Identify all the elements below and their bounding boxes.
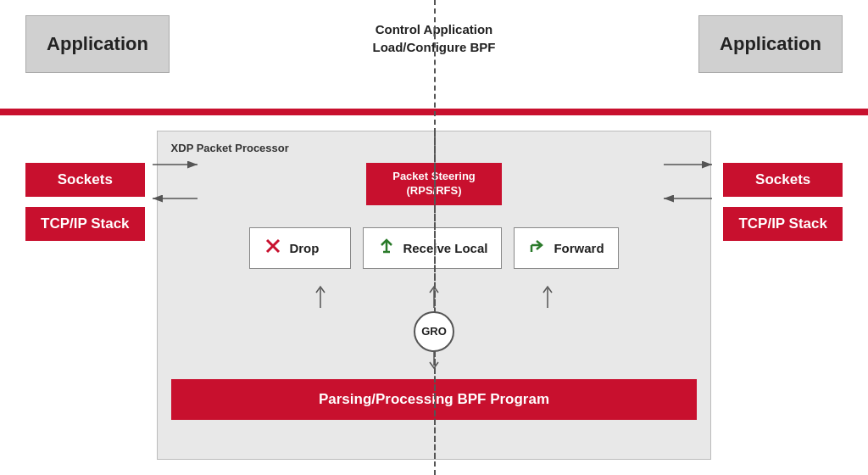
right-tcpip-label: TCP/IP Stack <box>723 207 843 241</box>
receive-icon <box>377 237 396 260</box>
receive-local-box: Receive Local <box>363 227 502 269</box>
main-content-area: Sockets TCP/IP Stack XDP Packet Processo… <box>0 115 868 475</box>
red-divider-line <box>0 109 868 115</box>
center-control-label-area: Control Application Load/Configure BPF <box>373 10 496 56</box>
gro-circle: GRO <box>414 311 454 352</box>
left-application-label: Application <box>47 33 148 55</box>
right-application-label: Application <box>720 33 821 55</box>
left-labels-panel: Sockets TCP/IP Stack <box>25 131 145 460</box>
right-sockets-label: Sockets <box>723 163 843 197</box>
drop-label: Drop <box>289 241 319 255</box>
control-label: Control Application Load/Configure BPF <box>373 20 496 56</box>
left-tcpip-label: TCP/IP Stack <box>25 207 145 241</box>
right-labels-panel: Sockets TCP/IP Stack <box>723 131 843 460</box>
arrow-to-drop <box>314 284 327 308</box>
top-section: Application Control Application Load/Con… <box>0 0 868 109</box>
dashed-center-line <box>434 131 436 459</box>
drop-box: Drop <box>249 227 351 269</box>
receive-local-label: Receive Local <box>403 241 487 255</box>
drop-icon <box>264 237 282 260</box>
left-sockets-label: Sockets <box>25 163 145 197</box>
forward-icon <box>528 237 547 260</box>
main-container: Application Control Application Load/Con… <box>0 0 868 475</box>
forward-label: Forward <box>554 241 604 255</box>
forward-box: Forward <box>514 227 618 269</box>
right-application-box: Application <box>698 15 843 73</box>
left-application-box: Application <box>25 15 170 73</box>
xdp-packet-processor-box: XDP Packet Processor Packet Steering (RP… <box>157 131 712 460</box>
arrow-to-forward <box>541 284 554 308</box>
